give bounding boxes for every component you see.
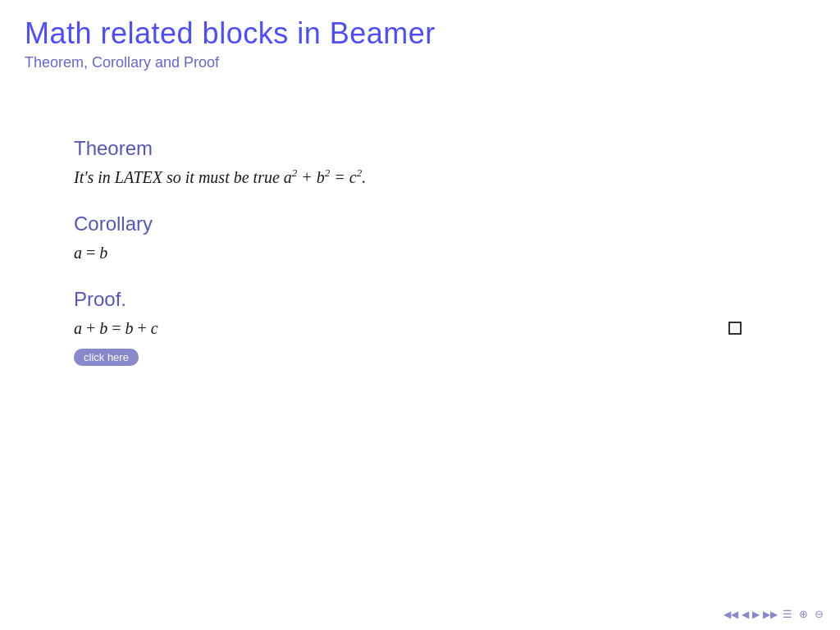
slide: Math related blocks in Beamer Theorem, C… xyxy=(0,0,840,630)
nav-first-icon[interactable]: ◀◀ xyxy=(724,609,738,620)
footer-menu-icon[interactable]: ☰ xyxy=(783,608,792,620)
click-here-button[interactable]: click here xyxy=(74,349,139,366)
qed-box xyxy=(728,322,742,335)
footer-zoom-out-icon[interactable]: ⊖ xyxy=(815,608,824,620)
footer-zoom-in-icon[interactable]: ⊕ xyxy=(799,608,808,620)
proof-body: a + b = b + c xyxy=(74,316,158,340)
theorem-block: Theorem It's in LATEX so it must be true… xyxy=(74,137,815,189)
footer-navigation[interactable]: ◀◀ ◀ ▶ ▶▶ xyxy=(724,609,778,620)
proof-content-line: a + b = b + c xyxy=(74,316,815,340)
slide-title: Math related blocks in Beamer xyxy=(25,16,815,51)
corollary-title: Corollary xyxy=(74,212,815,235)
nav-last-icon[interactable]: ▶▶ xyxy=(763,609,778,620)
slide-footer: ◀◀ ◀ ▶ ▶▶ ☰ ⊕ ⊖ xyxy=(724,608,824,620)
footer-right-controls: ☰ ⊕ ⊖ xyxy=(783,608,824,620)
proof-block: Proof. a + b = b + c click here xyxy=(74,288,815,366)
slide-header: Math related blocks in Beamer Theorem, C… xyxy=(25,16,815,71)
nav-prev-icon[interactable]: ◀ xyxy=(742,609,749,620)
corollary-body: a = b xyxy=(74,240,815,265)
corollary-block: Corollary a = b xyxy=(74,212,815,265)
theorem-body: It's in LATEX so it must be true a2 + b2… xyxy=(74,165,815,189)
proof-title: Proof. xyxy=(74,288,815,311)
slide-subtitle: Theorem, Corollary and Proof xyxy=(25,54,815,71)
nav-next-icon[interactable]: ▶ xyxy=(752,609,760,620)
theorem-title: Theorem xyxy=(74,137,815,160)
content-area: Theorem It's in LATEX so it must be true… xyxy=(74,137,815,366)
